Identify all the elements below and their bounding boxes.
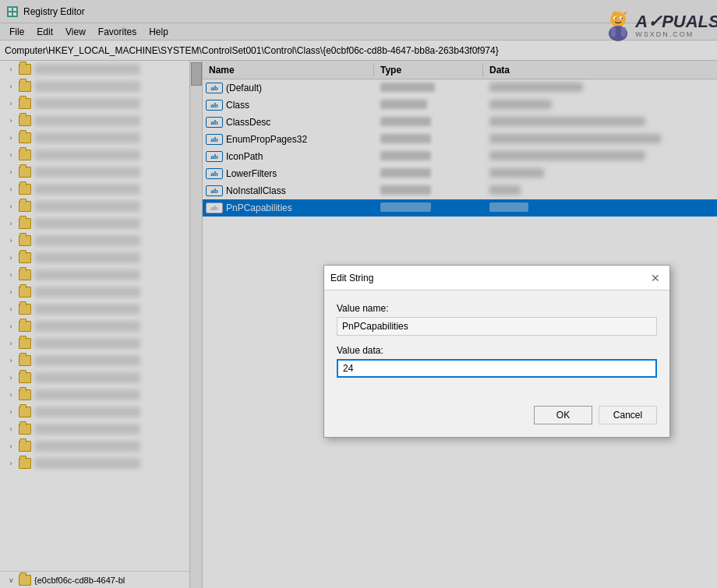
logo-character xyxy=(605,10,632,41)
tree-item[interactable]: › XXXXXXXXXXXXXXXXX xyxy=(0,198,202,215)
value-row-default[interactable]: ab (Default) xyxy=(203,79,717,97)
tree-item-label: XXXXXXXXXXXXXXXXX xyxy=(34,338,140,349)
folder-icon xyxy=(19,424,31,435)
tree-item[interactable]: › XXXXXXXXXXXXXXXXX xyxy=(0,301,202,318)
value-row-enumprop[interactable]: ab EnumPropPages32 xyxy=(203,131,717,148)
value-data-input[interactable] xyxy=(337,359,657,378)
value-data-lowerfilters xyxy=(483,167,717,181)
tree-item[interactable]: › XXXXXXXXXXXXXXXXX xyxy=(0,335,202,352)
folder-icon xyxy=(19,355,31,366)
tree-item-label: XXXXXXXXXXXXXXXXX xyxy=(34,407,140,417)
svg-rect-2 xyxy=(13,8,16,11)
dialog-titlebar: Edit String ✕ xyxy=(324,266,669,290)
tree-item[interactable]: › XXXXXXXXXXXXXXXXX xyxy=(0,129,202,146)
value-data-enumprop xyxy=(483,132,717,147)
menu-help[interactable]: Help xyxy=(143,25,175,39)
tree-item[interactable]: › XXXXXXXXXXXXXXXXX xyxy=(0,95,202,112)
tree-item[interactable]: › XXXXXXXXXXXXXXXXX xyxy=(0,352,202,369)
menu-view[interactable]: View xyxy=(59,25,92,39)
tree-item-bottom-label: {e0cbf06c-cd8b-4647-bl xyxy=(34,576,125,585)
tree-item[interactable]: › XXXXXXXXXXXXXXXXX xyxy=(0,78,202,95)
tree-item[interactable]: › XXXXXXXXXXXXXXXXX xyxy=(0,146,202,164)
tree-scrollbar[interactable] xyxy=(189,61,202,588)
value-name-class: ab Class xyxy=(203,98,374,112)
expand-icon: › xyxy=(6,253,16,262)
dialog-close-button[interactable]: ✕ xyxy=(648,270,663,286)
col-type-header: Type xyxy=(374,63,483,77)
tree-item-label: XXXXXXXXXXXXXXXXX xyxy=(34,201,140,212)
ab-icon: ab xyxy=(206,83,223,93)
tree-item-label: XXXXXXXXXXXXXXXXX xyxy=(34,441,140,452)
tree-item[interactable]: › XXXXXXXXXXXXXXXXX xyxy=(0,266,202,283)
folder-icon xyxy=(19,167,31,178)
expand-icon: › xyxy=(6,202,16,211)
menu-favorites[interactable]: Favorites xyxy=(92,25,143,39)
svg-rect-13 xyxy=(611,27,616,37)
tree-item-label: XXXXXXXXXXXXXXXXX xyxy=(34,98,140,109)
tree-item-label: XXXXXXXXXXXXXXXXX xyxy=(34,287,140,298)
svg-rect-14 xyxy=(621,27,626,37)
tree-item[interactable]: › XXXXXXXXXXXXXXXXX xyxy=(0,181,202,198)
tree-item-label: XXXXXXXXXXXXXXXXX xyxy=(34,167,140,178)
value-row-classdesc[interactable]: ab ClassDesc xyxy=(203,114,717,131)
ok-button[interactable]: OK xyxy=(534,406,592,424)
value-name-text: ClassDesc xyxy=(226,117,270,128)
expand-icon-down: ∨ xyxy=(6,576,16,585)
value-type-classdesc xyxy=(374,115,483,130)
folder-icon xyxy=(19,252,31,263)
value-type-lowerfilters xyxy=(374,167,483,181)
value-row-noinstall[interactable]: ab NoInstallClass xyxy=(203,182,717,199)
value-name-input[interactable] xyxy=(337,317,657,336)
folder-icon xyxy=(19,235,31,246)
expand-icon: › xyxy=(6,339,16,348)
value-data-class xyxy=(483,98,717,113)
tree-item-label: XXXXXXXXXXXXXXXXX xyxy=(34,252,140,263)
value-row-class[interactable]: ab Class xyxy=(203,97,717,114)
tree-item[interactable]: › XXXXXXXXXXXXXXXXX xyxy=(0,232,202,249)
tree-item[interactable]: › XXXXXXXXXXXXXXXXX xyxy=(0,369,202,386)
ab-icon: ab xyxy=(206,202,223,213)
tree-item[interactable]: › XXXXXXXXXXXXXXXXX xyxy=(0,318,202,335)
value-data-pnpcap xyxy=(483,201,717,216)
tree-item[interactable]: › XXXXXXXXXXXXXXXXX xyxy=(0,215,202,232)
expand-icon: › xyxy=(6,150,16,160)
tree-item-label: XXXXXXXXXXXXXXXXX xyxy=(34,458,140,469)
svg-rect-3 xyxy=(9,12,12,16)
ab-icon: ab xyxy=(206,185,223,196)
dialog-body: Value name: Value data: xyxy=(324,290,669,400)
tree-item[interactable]: › XXXXXXXXXXXXXXXXX xyxy=(0,403,202,421)
folder-icon xyxy=(19,64,31,75)
menu-file[interactable]: File xyxy=(3,25,30,39)
ab-icon: ab xyxy=(206,134,223,145)
scroll-thumb[interactable] xyxy=(191,62,202,86)
tree-panel: › XXXXXXXXXXXXXXXXX › XXXXXXXXXXXXXXXXX … xyxy=(0,61,203,588)
tree-item[interactable]: › XXXXXXXXXXXXXXXXX xyxy=(0,438,202,455)
tree-item[interactable]: › XXXXXXXXXXXXXXXXX xyxy=(0,386,202,403)
tree-item[interactable]: › XXXXXXXXXXXXXXXXX xyxy=(0,249,202,266)
folder-icon xyxy=(19,287,31,298)
tree-item[interactable]: › XXXXXXXXXXXXXXXXX xyxy=(0,455,202,472)
tree-item[interactable]: › XXXXXXXXXXXXXXXXX xyxy=(0,112,202,129)
dialog-title: Edit String xyxy=(330,273,373,283)
tree-item-label: XXXXXXXXXXXXXXXXX xyxy=(34,424,140,435)
menu-edit[interactable]: Edit xyxy=(30,25,59,39)
value-name-default: ab (Default) xyxy=(203,81,374,95)
cancel-button[interactable]: Cancel xyxy=(599,406,657,424)
tree-item[interactable]: › XXXXXXXXXXXXXXXXX xyxy=(0,421,202,438)
value-name-text: (Default) xyxy=(226,83,262,93)
value-row-lowerfilters[interactable]: ab LowerFilters xyxy=(203,165,717,182)
svg-point-10 xyxy=(621,17,623,19)
value-type-enumprop xyxy=(374,132,483,147)
value-row-iconpath[interactable]: ab IconPath xyxy=(203,148,717,165)
expand-icon: › xyxy=(6,390,16,400)
tree-item[interactable]: › XXXXXXXXXXXXXXXXX xyxy=(0,283,202,301)
folder-icon xyxy=(19,338,31,349)
tree-item[interactable]: › XXXXXXXXXXXXXXXXX xyxy=(0,164,202,181)
value-row-pnpcap[interactable]: ab PnPCapabilities xyxy=(203,199,717,217)
value-type-pnpcap xyxy=(374,201,483,216)
tree-item-selected[interactable]: ∨ {e0cbf06c-cd8b-4647-bl xyxy=(0,571,189,588)
tree-item[interactable]: › XXXXXXXXXXXXXXXXX xyxy=(0,61,202,78)
value-data-iconpath xyxy=(483,150,717,164)
value-name-text: EnumPropPages32 xyxy=(226,134,307,145)
expand-icon: › xyxy=(6,305,16,314)
